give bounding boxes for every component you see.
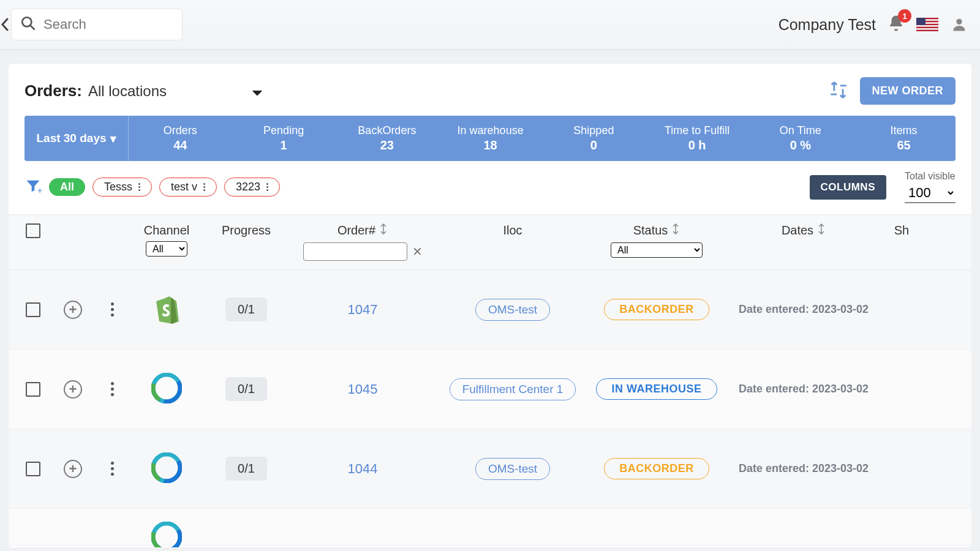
svg-point-8 (956, 19, 962, 24)
status-chip: BACKORDER (604, 458, 709, 479)
back-chevron-icon[interactable] (0, 18, 10, 31)
channel-filter-select[interactable]: All (146, 241, 187, 257)
stats-bar: Last 30 days ▾ Orders44Pending1BackOrder… (24, 116, 956, 161)
row-menu-button[interactable] (111, 462, 114, 476)
col-order-sort[interactable]: Order# (337, 223, 388, 238)
user-avatar-icon[interactable] (951, 16, 968, 33)
svg-rect-5 (916, 25, 938, 26)
expand-row-button[interactable]: + (64, 380, 82, 399)
filter-pill-all[interactable]: All (49, 178, 85, 196)
row-menu-button[interactable] (111, 302, 114, 317)
locale-flag-us[interactable] (916, 18, 938, 31)
order-link[interactable]: 1044 (348, 461, 378, 477)
table-header: Channel All Progress Order# ✕ Iloc Statu… (9, 215, 971, 270)
stat-label: Orders (164, 124, 197, 137)
stat-item: Time to Fulfill0 h (646, 116, 749, 161)
table-row: +0/11047OMS-testBACKORDERDate entered: 2… (9, 270, 971, 350)
search-input[interactable] (43, 17, 173, 32)
total-visible-label: Total visible (905, 171, 956, 182)
channel-logo-icon (151, 293, 182, 326)
kebab-icon[interactable] (266, 183, 268, 191)
stat-value: 23 (380, 138, 394, 152)
stat-item: Orders44 (129, 116, 232, 161)
svg-text:+: + (37, 185, 42, 194)
company-name: Company Test (778, 16, 876, 34)
row-checkbox[interactable] (26, 462, 40, 476)
stat-value: 1 (281, 138, 287, 152)
order-link[interactable]: 1045 (348, 381, 378, 397)
col-sh-label: Sh (894, 223, 909, 238)
iloc-chip: OMS-test (475, 458, 550, 480)
kebab-icon[interactable] (138, 183, 140, 191)
channel-logo-icon (151, 452, 182, 485)
table-row: +0/11044OMS-testBACKORDERDate entered: 2… (9, 429, 971, 509)
stat-item: In warehouse18 (439, 116, 542, 161)
stat-item: BackOrders23 (336, 116, 439, 161)
svg-rect-7 (916, 18, 925, 25)
progress-chip: 0/1 (225, 298, 267, 321)
stat-item: On Time0 % (749, 116, 853, 161)
caret-down-icon (252, 83, 262, 100)
clear-order-filter-icon[interactable]: ✕ (412, 244, 423, 259)
import-export-icon[interactable] (828, 80, 849, 103)
progress-chip: 0/1 (225, 377, 267, 401)
date-entered: Date entered: 2023-03-02 (739, 383, 869, 395)
search-box[interactable] (11, 9, 183, 40)
new-order-button[interactable]: NEW ORDER (860, 77, 956, 105)
stat-value: 44 (173, 138, 187, 152)
notification-badge: 1 (898, 9, 911, 23)
stat-value: 65 (897, 138, 911, 152)
order-filter-input[interactable] (303, 242, 407, 261)
stat-label: Pending (263, 124, 304, 137)
stat-label: BackOrders (358, 124, 416, 137)
columns-button[interactable]: COLUMNS (810, 175, 886, 200)
row-menu-button[interactable] (111, 382, 114, 396)
iloc-chip: OMS-test (475, 299, 550, 321)
stat-value: 0 (590, 138, 597, 152)
notifications-button[interactable]: 1 (887, 14, 905, 35)
filter-pill[interactable]: 3223 (224, 178, 280, 197)
stat-label: On Time (780, 124, 821, 137)
sort-icon (379, 223, 388, 238)
stat-value: 0 h (688, 138, 706, 152)
filter-pill[interactable]: Tesss (92, 178, 152, 197)
status-filter-select[interactable]: All (611, 242, 703, 258)
row-checkbox[interactable] (26, 382, 40, 397)
filter-pill[interactable]: test v (159, 178, 217, 197)
add-filter-icon[interactable]: + (24, 178, 42, 197)
date-entered: Date entered: 2023-03-02 (739, 462, 869, 475)
col-progress-label: Progress (222, 223, 271, 238)
stat-item: Items65 (852, 116, 956, 161)
channel-logo-icon (151, 522, 182, 548)
svg-line-1 (30, 25, 34, 29)
stat-item: Shipped0 (542, 116, 646, 161)
col-channel-label: Channel (144, 223, 190, 238)
progress-chip: 0/1 (225, 457, 267, 481)
stats-period-select[interactable]: Last 30 days ▾ (24, 116, 129, 161)
location-value: All locations (88, 83, 167, 100)
table-row (9, 509, 971, 545)
status-chip: BACKORDER (604, 299, 709, 320)
date-entered: Date entered: 2023-03-02 (739, 303, 869, 316)
table-row: +0/11045Fulfillment Center 1IN WAREHOUSE… (9, 350, 971, 429)
order-link[interactable]: 1047 (348, 302, 378, 318)
col-status-sort[interactable]: Status (633, 223, 680, 238)
stat-label: Shipped (573, 124, 614, 137)
col-iloc-label: Iloc (503, 223, 522, 238)
page-card: Orders: All locations NEW ORDER Last 30 … (9, 64, 971, 547)
total-visible-select[interactable]: 100 (905, 183, 956, 203)
stat-value: 0 % (790, 138, 811, 152)
kebab-icon[interactable] (203, 183, 205, 191)
col-dates-sort[interactable]: Dates (782, 223, 826, 238)
expand-row-button[interactable]: + (64, 301, 82, 319)
topbar: Company Test 1 (0, 0, 980, 50)
stat-value: 18 (484, 138, 497, 152)
stat-item: Pending1 (232, 116, 336, 161)
caret-down-icon: ▾ (110, 132, 116, 146)
sort-icon (671, 223, 680, 238)
row-checkbox[interactable] (26, 302, 40, 317)
sort-icon (817, 223, 826, 238)
expand-row-button[interactable]: + (64, 460, 82, 478)
select-all-checkbox[interactable] (26, 223, 40, 238)
location-select[interactable]: All locations (88, 83, 262, 100)
